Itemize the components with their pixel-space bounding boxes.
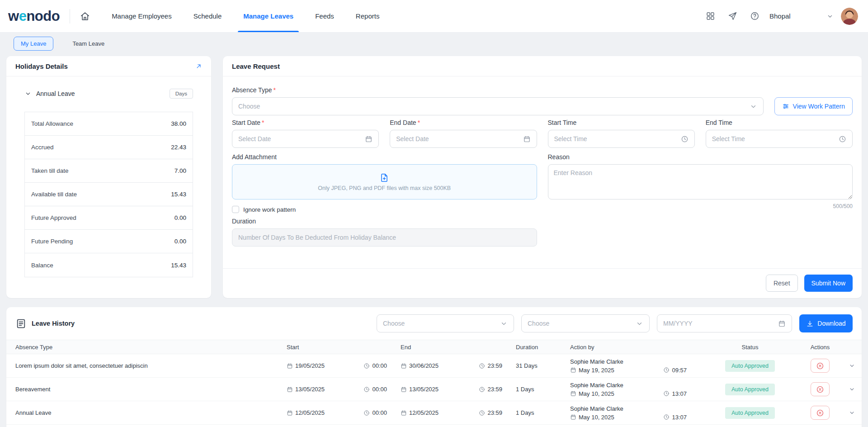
ignore-work-pattern-label: Ignore work pattern [243,206,296,213]
table-row: Taken till date7.00 [25,159,193,183]
tab-team-leave[interactable]: Team Leave [65,37,112,51]
duration-cell: 31 Days [507,362,561,369]
cancel-leave-button[interactable] [811,406,830,420]
duration-cell: 1 Days [507,386,561,393]
nav-item-reports[interactable]: Reports [356,0,380,32]
expand-cell [845,362,862,369]
absence-type-field: Absence Type* Choose [232,86,764,115]
required-mark: * [262,119,264,126]
required-mark: * [273,86,275,94]
row-label: Taken till date [31,167,69,174]
chevron-down-icon [636,320,643,327]
chevron-down-icon[interactable] [849,362,855,369]
calendar-icon [401,363,407,369]
end-cell: 13/05/2025 23:59 [392,386,507,393]
date-time-row: Start Date* End Date* Start Time [232,119,853,148]
history-filter-select-1[interactable]: Choose [377,314,514,332]
status-cell: Auto Approved [705,384,795,395]
circle-x-icon [816,362,824,370]
cancel-leave-button[interactable] [811,359,830,373]
attachment-dropzone[interactable]: Only JPEG, PNG and PDF files with max si… [232,164,537,199]
help-button[interactable] [750,11,760,21]
end-date-text-input[interactable] [396,135,519,142]
absence-type-cell: Annual Leave [6,409,278,416]
chevron-down-icon [24,90,32,97]
avatar[interactable] [841,8,858,25]
reason-textarea[interactable] [548,164,853,199]
action-date: May 10, 2025 [570,390,614,397]
chevron-down-icon[interactable] [849,386,855,393]
status-cell: Auto Approved [705,407,795,419]
start-time-label: Start Time [548,119,695,126]
end-date: 12/05/2025 [401,409,439,416]
calendar-icon [287,410,293,416]
start-time-input[interactable] [548,130,695,148]
select-placeholder: Choose [528,320,549,327]
start-date-input[interactable] [232,130,379,148]
attachment-label: Add Attachment [232,153,537,161]
start-time: 00:00 [363,362,387,369]
row-value: 15.43 [171,191,186,198]
nav-item-schedule[interactable]: Schedule [193,0,222,32]
brand-logo[interactable]: wenodo [8,8,60,24]
row-value: 38.00 [171,120,186,127]
absence-type-select[interactable]: Choose [232,97,764,115]
reset-button[interactable]: Reset [766,275,798,292]
leave-tabs: My Leave Team Leave [0,33,868,56]
download-button[interactable]: Download [799,314,853,332]
file-plus-icon [379,173,389,183]
start-date: 19/05/2025 [287,362,325,369]
status-badge: Auto Approved [725,360,775,372]
row-label: Total Allowance [31,120,73,127]
start-date: 13/05/2025 [287,386,325,393]
chevron-down-icon [500,320,508,327]
ignore-work-pattern-option[interactable]: Ignore work pattern [232,206,537,213]
nav-item-manage-employees[interactable]: Manage Employees [112,0,172,32]
tab-my-leave[interactable]: My Leave [14,37,53,51]
table-row: Sophie Marie Clarke Auto Approved [6,425,862,427]
home-nav-button[interactable] [80,11,90,21]
nav-item-feeds[interactable]: Feeds [315,0,334,32]
history-month-filter[interactable] [657,314,792,332]
start-time-text-input[interactable] [554,135,677,142]
leave-history-filters: Choose Choose Download [377,314,853,332]
action-time: 13:07 [663,414,687,421]
end-date-input[interactable] [390,130,537,148]
ignore-work-pattern-checkbox[interactable] [232,206,239,213]
main-content: Holidays Details Annual Leave Days Total… [0,56,868,298]
leave-request-card: Leave Request Absence Type* Choose View … [223,56,862,298]
select-placeholder: Choose [383,320,405,327]
nav-item-manage-leaves[interactable]: Manage Leaves [243,0,293,32]
clock-icon [479,386,485,393]
chevron-down-icon[interactable] [849,409,855,416]
apps-grid-button[interactable] [706,11,715,21]
view-work-pattern-button[interactable]: View Work Pattern [774,97,853,115]
annual-leave-collapse[interactable]: Annual Leave Days [24,86,193,101]
row-value: 7.00 [175,167,186,174]
status-cell: Auto Approved [705,360,795,372]
calendar-icon [778,320,786,327]
send-button[interactable] [728,11,737,21]
end-time-input[interactable] [706,130,853,148]
col-status: Status [705,344,795,351]
expand-holidays-button[interactable] [195,63,202,70]
start-cell: 19/05/2025 00:00 [278,362,392,369]
cancel-leave-button[interactable] [811,382,830,396]
history-filter-select-2[interactable]: Choose [521,314,650,332]
start-date-text-input[interactable] [238,135,361,142]
month-text-input[interactable] [663,320,774,327]
clock-icon [363,386,370,393]
location-select[interactable]: Bhopal [769,12,834,20]
clock-icon [663,414,670,420]
action-by-meta: May 19, 2025 09:57 [570,367,705,374]
status-badge: Auto Approved [725,384,775,395]
actions-cell [795,406,845,420]
submit-now-button[interactable]: Submit Now [804,275,853,292]
start-cell: 12/05/2025 00:00 [278,409,392,416]
row-value: 22.43 [171,144,186,151]
header-divider [70,9,70,24]
end-time-text-input[interactable] [712,135,835,142]
calendar-icon [570,390,576,397]
table-row: Balance15.43 [25,253,193,277]
clock-icon [479,363,485,369]
